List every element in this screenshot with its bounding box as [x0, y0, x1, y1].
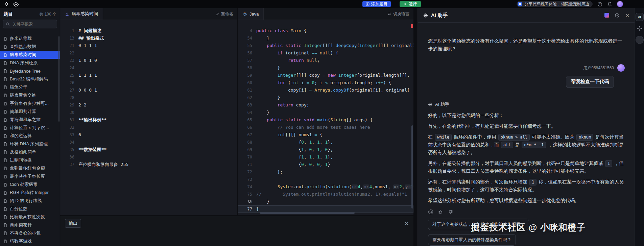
problem-editor[interactable]: 1# 问题描述13## 输出格式210 1 1 122231 0 1 02425… [60, 20, 237, 215]
sidebar-item[interactable]: Cion 勒索病毒 [0, 180, 60, 189]
sidebar-item[interactable]: 多米诺骨牌 [0, 34, 60, 43]
sidebar-item[interactable]: RGB 色值转 Integer [0, 189, 60, 197]
sidebar-item[interactable]: 猜数字游戏 [0, 237, 60, 245]
sidebar-item[interactable]: 青海湖租车之旅 [0, 116, 60, 124]
sidebar-item[interactable]: 及格如此简单 [0, 148, 60, 156]
sidebar-item[interactable]: 最小替换子串长度 [0, 172, 60, 180]
line-content [78, 153, 237, 161]
editor-line[interactable]: 1# 问题描述 [60, 27, 237, 34]
editor-line[interactable]: 75// System.out.println(solution(nums2, … [238, 191, 413, 198]
sidebar-item[interactable]: 不再贪心的小包 [0, 229, 60, 237]
editor-line[interactable]: 55 public static Integer[][] deepCopy(In… [238, 42, 413, 49]
sidebar-scrollbar[interactable] [58, 36, 59, 122]
user-avatar[interactable] [617, 1, 623, 7]
editor-horizontal-scrollbar[interactable] [260, 212, 355, 214]
editor-line[interactable]: 31**输出样例** [60, 116, 237, 124]
editor-line[interactable]: 70 {1, 1, 1, 1}, [238, 153, 413, 161]
editor-line[interactable]: 251 1 1 1 [60, 72, 237, 79]
thumbs-down-icon[interactable] [448, 209, 453, 215]
editor-line[interactable]: 35**数据范围** [60, 146, 237, 153]
sidebar-item[interactable]: Base32 编码和解码 [0, 75, 60, 83]
editor-vertical-scrollbar[interactable] [411, 125, 413, 208]
add-problem-button[interactable]: 添加题目 [362, 1, 391, 7]
editor-line[interactable]: 36 [60, 153, 237, 161]
editor-line[interactable]: 64 } [238, 109, 413, 116]
editor-line[interactable]: 24 [60, 64, 237, 72]
editor-line[interactable]: 57 return null; [238, 57, 413, 64]
editor-line[interactable]: 76 } [238, 198, 413, 205]
editor-line[interactable]: 62 } [238, 94, 413, 101]
editor-line[interactable]: 56 if (original == null) { [238, 49, 413, 57]
sidebar-item[interactable]: 进制间转换 [0, 156, 60, 164]
sidebar-item[interactable]: Bytedance Tree [0, 67, 60, 75]
assistant-avatar[interactable] [636, 36, 644, 44]
code-editor[interactable]: 4public class Main {54 }55 public static… [238, 20, 413, 215]
close-icon[interactable]: ✕ [625, 13, 629, 18]
editor-line[interactable]: 60 for (int i = 0; i < original.length; … [238, 79, 413, 87]
thumbs-up-icon[interactable] [438, 209, 443, 215]
sidebar-item[interactable]: 比赛最高获胜次数 [0, 213, 60, 221]
editor-line[interactable]: 30 [60, 109, 237, 116]
editor-line[interactable]: 61 copy[i] = Arrays.copyOf(original[i], … [238, 87, 413, 94]
close-icon[interactable]: ✕ [404, 221, 409, 226]
editor-line[interactable]: 72 }; [238, 168, 413, 176]
editor-line[interactable]: 270 0 0 1 [60, 87, 237, 94]
editor-line[interactable]: 28 [60, 94, 237, 101]
sidebar-item[interactable]: 查找热点数据 [0, 43, 60, 51]
editor-line[interactable]: 37座位横向和纵向最多 255 [60, 161, 237, 168]
sidebar-item[interactable]: 百分位数 [0, 205, 60, 213]
editor-line[interactable]: 68 {0, 1, 1, 1}, [238, 139, 413, 146]
help-icon[interactable]: ? [597, 2, 602, 7]
sidebar-item[interactable]: 暴雨梨花针 [0, 221, 60, 229]
search-box[interactable] [3, 20, 57, 28]
editor-line[interactable]: 336 [60, 131, 237, 139]
editor-line[interactable]: 69 {1, 0, 1, 0}, [238, 146, 413, 153]
rename-button[interactable]: 重命名 [215, 11, 233, 17]
sidebar-item[interactable]: 字符串有多少种可... [0, 99, 60, 107]
sidebar-item[interactable]: 链表聚集交换 [0, 91, 60, 99]
editor-line[interactable]: 54 } [238, 34, 413, 42]
bell-icon[interactable] [607, 2, 612, 7]
editor-line[interactable]: 67 int[][] nums1 = { [238, 131, 413, 139]
sidebar-item[interactable]: 阿 D 的飞行路线 [0, 197, 60, 205]
editor-line[interactable]: 65 public static void main(String[] args… [238, 116, 413, 124]
problem-tab[interactable]: 病毒感染时间 [60, 8, 103, 20]
switch-language-button[interactable]: 切换语言 [387, 11, 409, 17]
sidebar-item[interactable]: 拿到最多红包金额 [0, 164, 60, 172]
history-icon[interactable] [615, 13, 620, 18]
sidebar-item[interactable]: 简单四则计算 [0, 107, 60, 116]
sidebar-item[interactable]: 和的逆运算 [0, 132, 60, 140]
editor-line[interactable]: 4public class Main { [238, 27, 413, 34]
editor-line[interactable]: 231 0 1 0 [60, 57, 237, 64]
editor-line[interactable]: 13## 输出格式 [60, 34, 237, 42]
editor-line[interactable]: 66 // You can add more test cases here [238, 124, 413, 131]
star-icon[interactable] [637, 26, 642, 31]
editor-line[interactable]: 58 } [238, 64, 413, 72]
editor-line[interactable]: 32 [60, 124, 237, 131]
suggested-question-chip[interactable]: 对于这个初始状态，如何确定感染的优先顺序？ [428, 219, 529, 230]
sidebar-item[interactable]: 病毒感染时间 [0, 51, 60, 59]
regenerate-icon[interactable] [428, 209, 433, 215]
sidebar-item[interactable]: 猫鱼分干 [0, 83, 60, 91]
sidebar-item[interactable]: 计算位置 x 到 y 的... [0, 124, 60, 132]
editor-line[interactable]: 26 [60, 79, 237, 87]
search-input[interactable] [12, 21, 54, 27]
editor-line[interactable]: 63 return copy; [238, 101, 413, 109]
editor-line[interactable]: 210 1 1 1 [60, 42, 237, 49]
ai-launcher-icon[interactable]: AI [636, 13, 644, 21]
output-tab[interactable]: 输出 [65, 219, 81, 228]
editor-line[interactable]: 22 [60, 49, 237, 57]
editor-line[interactable]: 59 Integer[][] copy = new Integer[origin… [238, 72, 413, 79]
editor-line[interactable]: 73 [238, 176, 413, 183]
editor-line[interactable]: 71 {0, 0, 0, 1} [238, 161, 413, 168]
model-icon[interactable] [604, 13, 609, 18]
suggested-question-chip[interactable]: 需要考虑戴口罩人员的特殊感染条件吗？ [428, 234, 516, 246]
sidebar-item[interactable]: DNA 序列还原 [0, 59, 60, 67]
share-campaign-pill[interactable]: 分享代码练习体验，领限量定制周边 [517, 1, 593, 7]
language-tab-java[interactable]: Java [238, 8, 264, 20]
editor-line[interactable]: 292 2 [60, 101, 237, 109]
sidebar-item[interactable]: 环状 DNA 序列整理 [0, 140, 60, 148]
editor-line[interactable]: 34 [60, 139, 237, 146]
editor-line[interactable]: 74 System.out.println(solution(n:4,m:4,n… [238, 183, 413, 191]
run-button[interactable]: 运行 [400, 1, 421, 7]
